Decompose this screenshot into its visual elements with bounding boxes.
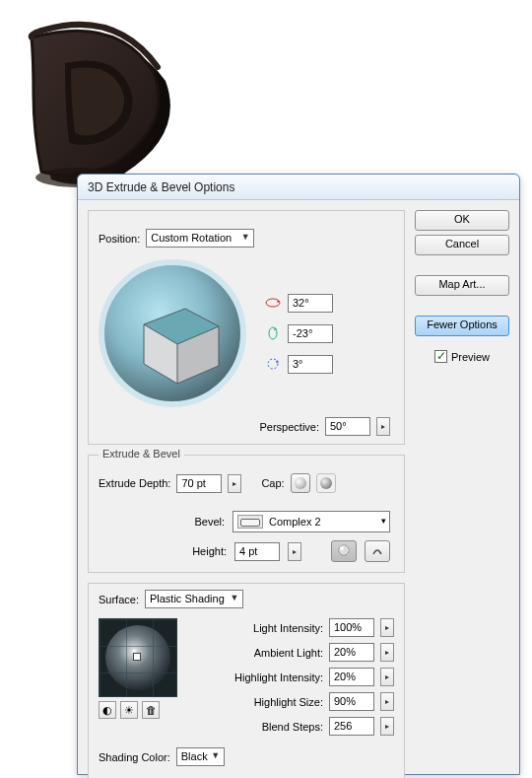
bevel-height-label: Height: <box>192 545 227 557</box>
group-surface: Surface: Plastic Shading ▼ ◐ <box>88 583 405 778</box>
chevron-down-icon: ▾ <box>381 516 386 526</box>
rotate-z-input[interactable]: 3° <box>288 355 333 374</box>
surface-dropdown-value: Plastic Shading <box>150 593 225 604</box>
highlight-intensity-input[interactable]: 20% <box>329 668 374 686</box>
rotate-z-icon <box>264 357 282 371</box>
bevel-extent-in-button[interactable] <box>331 540 357 562</box>
trackball-cube-icon <box>134 299 227 388</box>
bevel-dropdown[interactable]: Complex 2 ▾ <box>233 511 390 532</box>
shading-color-dropdown[interactable]: Black ▼ <box>176 747 225 766</box>
group-position: Position: Custom Rotation ▼ <box>88 210 405 445</box>
extrude-group-label: Extrude & Bevel <box>99 448 184 460</box>
ambient-light-input[interactable]: 20% <box>329 643 374 662</box>
group-extrude-bevel: Extrude & Bevel Extrude Depth: 70 pt ▸ C… <box>88 455 405 573</box>
bevel-height-input[interactable]: 4 pt <box>234 542 280 561</box>
chevron-down-icon: ▼ <box>210 750 222 760</box>
highlight-intensity-label: Highlight Intensity: <box>197 672 323 683</box>
bevel-thumb-icon <box>237 515 263 529</box>
preview-checkbox[interactable]: ✓ <box>434 350 447 363</box>
shading-color-label: Shading Color: <box>99 751 170 763</box>
bevel-dropdown-value: Complex 2 <box>269 516 321 528</box>
surface-dropdown[interactable]: Plastic Shading ▼ <box>145 590 243 608</box>
ok-button[interactable]: OK <box>415 210 509 231</box>
cap-off-button[interactable] <box>316 473 336 493</box>
cancel-button[interactable]: Cancel <box>415 235 509 255</box>
preview-label: Preview <box>451 351 490 363</box>
light-handle[interactable] <box>133 653 141 661</box>
new-light-button[interactable]: ☀ <box>120 701 138 719</box>
blend-steps-label: Blend Steps: <box>197 721 323 733</box>
highlight-size-label: Highlight Size: <box>197 696 323 708</box>
rotate-x-input[interactable]: 32° <box>288 294 333 313</box>
cap-hollow-icon <box>320 477 332 489</box>
position-dropdown-value: Custom Rotation <box>151 232 232 244</box>
shading-color-value: Black <box>181 750 208 762</box>
rotate-x-icon <box>264 296 282 310</box>
trash-icon: 🗑 <box>146 704 157 716</box>
rotate-y-icon <box>264 326 282 340</box>
position-label: Position: <box>99 233 140 245</box>
chevron-down-icon: ▼ <box>229 593 240 602</box>
position-dropdown[interactable]: Custom Rotation ▼ <box>146 229 254 248</box>
bevel-out-icon <box>370 543 384 559</box>
perspective-stepper[interactable]: ▸ <box>376 417 390 436</box>
map-art-button[interactable]: Map Art... <box>415 275 509 296</box>
light-intensity-stepper[interactable]: ▸ <box>380 618 394 637</box>
light-intensity-label: Light Intensity: <box>197 622 323 634</box>
light-back-button[interactable]: ◐ <box>99 701 116 719</box>
delete-light-button[interactable]: 🗑 <box>142 701 160 719</box>
highlight-intensity-stepper[interactable]: ▸ <box>380 668 394 686</box>
extrude-depth-input[interactable]: 70 pt <box>176 474 222 493</box>
dialog-title: 3D Extrude & Bevel Options <box>78 175 519 200</box>
fewer-options-button[interactable]: Fewer Options <box>415 316 509 336</box>
light-intensity-input[interactable]: 100% <box>329 618 374 637</box>
chevron-down-icon: ▼ <box>239 232 251 242</box>
dialog-3d-extrude-bevel: 3D Extrude & Bevel Options Position: Cus… <box>77 174 520 775</box>
checkmark-icon: ✓ <box>436 349 446 363</box>
light-sphere[interactable] <box>99 618 177 697</box>
extrude-depth-stepper[interactable]: ▸ <box>228 474 241 493</box>
svg-point-10 <box>340 546 344 550</box>
surface-label: Surface: <box>99 594 139 605</box>
ambient-light-label: Ambient Light: <box>197 647 323 659</box>
svg-point-7 <box>268 359 278 369</box>
cap-on-button[interactable] <box>291 473 310 493</box>
perspective-input[interactable]: 50° <box>325 417 370 436</box>
rotate-y-input[interactable]: -23° <box>288 324 333 343</box>
extrude-depth-label: Extrude Depth: <box>99 477 170 489</box>
blend-steps-stepper[interactable]: ▸ <box>380 717 394 736</box>
bevel-in-icon <box>337 543 351 559</box>
highlight-size-stepper[interactable]: ▸ <box>380 692 394 711</box>
bevel-extent-out-button[interactable] <box>365 540 390 562</box>
highlight-size-input[interactable]: 90% <box>329 692 374 711</box>
perspective-label: Perspective: <box>259 421 319 433</box>
ambient-light-stepper[interactable]: ▸ <box>380 643 394 662</box>
svg-point-9 <box>339 545 349 555</box>
bevel-height-stepper[interactable]: ▸ <box>288 542 301 561</box>
cap-label: Cap: <box>261 477 284 489</box>
new-light-icon: ☀ <box>124 704 134 717</box>
rotation-trackball[interactable] <box>99 259 246 407</box>
bevel-label: Bevel: <box>194 516 225 528</box>
blend-steps-input[interactable]: 256 <box>329 717 374 736</box>
light-back-icon: ◐ <box>102 704 112 717</box>
svg-point-5 <box>266 299 280 307</box>
cap-solid-icon <box>295 477 306 489</box>
